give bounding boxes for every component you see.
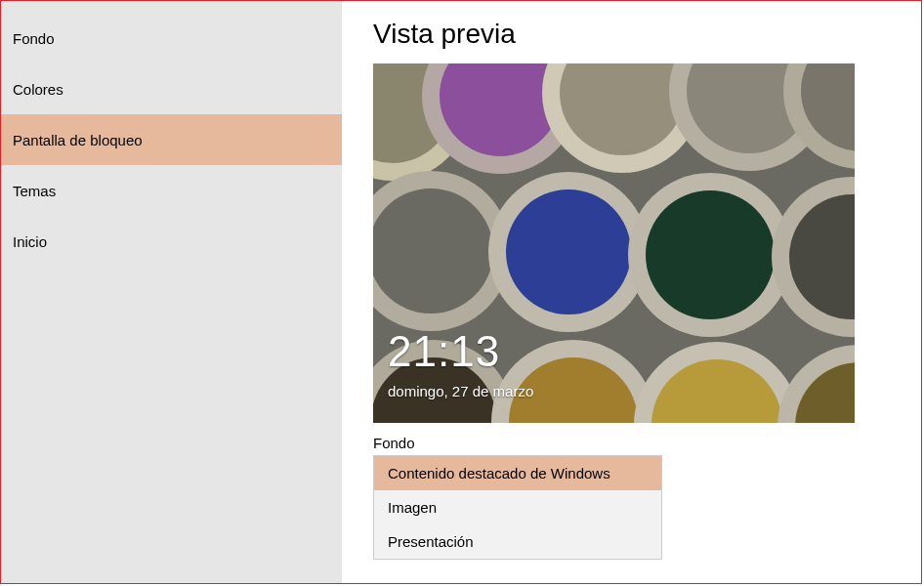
sidebar-item-label: Temas [13,183,56,199]
sidebar-item-label: Colores [13,81,63,98]
sidebar-item-temas[interactable]: Temas [1,165,342,216]
sidebar-item-inicio[interactable]: Inicio [1,216,342,267]
dropdown-option-label: Presentación [388,533,474,550]
dropdown-option-presentacion[interactable]: Presentación [374,524,661,559]
background-dropdown[interactable]: Contenido destacado de Windows Imagen Pr… [373,455,662,560]
preview-date: domingo, 27 de marzo [388,383,533,399]
main-panel: Vista previa [342,1,921,583]
dropdown-option-label: Contenido destacado de Windows [388,465,610,481]
dropdown-option-label: Imagen [388,499,437,516]
svg-point-14 [506,189,631,314]
lockscreen-preview: 21:13 domingo, 27 de marzo [373,63,855,423]
sidebar-item-label: Inicio [13,233,47,250]
heading-vista-previa: Vista previa [373,19,921,50]
sidebar-item-pantalla-de-bloqueo[interactable]: Pantalla de bloqueo [1,114,342,165]
svg-point-12 [373,188,493,314]
sidebar-item-label: Pantalla de bloqueo [13,132,143,148]
preview-clock: 21:13 [388,327,500,376]
svg-point-16 [646,190,775,319]
background-label: Fondo [373,435,921,451]
sidebar: Fondo Colores Pantalla de bloqueo Temas … [1,1,342,583]
settings-window: Fondo Colores Pantalla de bloqueo Temas … [0,0,922,584]
sidebar-item-colores[interactable]: Colores [1,63,342,114]
sidebar-item-label: Fondo [13,30,55,47]
sidebar-item-fondo[interactable]: Fondo [1,13,342,63]
dropdown-option-imagen[interactable]: Imagen [374,490,661,524]
dropdown-option-windows-spotlight[interactable]: Contenido destacado de Windows [374,456,661,490]
